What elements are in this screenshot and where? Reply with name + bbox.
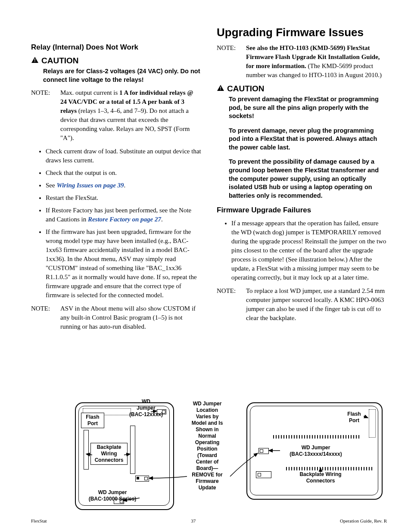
annot-wd-13-14: WD Jumper(BAC-13xxxx/14xxxx)	[279, 445, 352, 457]
footer-left: FlexStat	[31, 518, 47, 523]
annot-flash-port-left: FlashPort	[81, 413, 104, 428]
note-body: See also the HTO-1103 (KMD-5699) FlexSta…	[246, 44, 387, 80]
caution-label: CAUTION	[41, 56, 79, 65]
annot-backplate-right: Backplate WiringConnectors	[290, 471, 351, 484]
small-component-right	[256, 471, 271, 478]
page: Relay (Internal) Does Not Work ! CAUTION…	[0, 0, 411, 532]
list-item: If the firmware has just been upgraded, …	[46, 227, 201, 300]
note-label: NOTE:	[217, 286, 240, 323]
list-item: Check current draw of load. Substitute a…	[46, 147, 201, 165]
note-max-current: NOTE: Max. output current is 1 A for ind…	[31, 88, 201, 143]
list-item: Check that the output is on.	[46, 168, 201, 177]
footer-right: Operation Guide, Rev. R	[340, 518, 387, 523]
bullet-list-failures: If a message appears that the operation …	[217, 219, 387, 282]
backplate-connector-left-2	[130, 426, 135, 474]
small-component	[135, 476, 149, 482]
warning-icon: !	[217, 84, 224, 93]
link-restore-factory[interactable]: Restore Factory on page 27	[88, 216, 161, 223]
note-see-also: NOTE: See also the HTO-1103 (KMD-5699) F…	[217, 44, 387, 80]
figure-boards: FlashPort WDJumper(BAC-12xxxx) Backplate…	[71, 399, 385, 511]
annot-wd-10000: WD Jumper(BAC-10000 Series)	[84, 489, 140, 502]
note-body: To replace a lost WD jumper, use a stand…	[246, 286, 387, 323]
text: (relays 1–3, 4–6, and 7–9). Do not attac…	[60, 107, 190, 141]
annot-center: WD JumperLocationVaries byModel and IsSh…	[184, 401, 231, 491]
caution-para-1: To prevent damaging the FlexStat or prog…	[229, 95, 387, 121]
caution-heading-right: ! CAUTION	[217, 84, 387, 93]
backplate-connector-left-1	[84, 430, 89, 470]
svg-text:!: !	[34, 58, 35, 63]
note-label: NOTE:	[31, 88, 54, 143]
svg-text:!: !	[220, 86, 221, 91]
left-column: Relay (Internal) Does Not Work ! CAUTION…	[31, 26, 201, 336]
text: .	[161, 216, 163, 223]
footer-page-number: 37	[191, 518, 196, 523]
flash-port-right	[369, 409, 376, 438]
heading-failures: Firmware Upgrade Failures	[217, 206, 387, 215]
wd-jumper-13-14	[258, 448, 269, 454]
list-item: If Restore Factory has just been perform…	[46, 206, 201, 224]
note-label: NOTE:	[31, 304, 54, 331]
annot-backplate-left: BackplateWiringConnectors	[90, 443, 128, 465]
heading-firmware-issues: Upgrading Firmware Issues	[217, 26, 387, 39]
right-column: Upgrading Firmware Issues NOTE: See also…	[217, 26, 387, 336]
two-column-layout: Relay (Internal) Does Not Work ! CAUTION…	[31, 26, 387, 336]
annot-flash-port-right: FlashPort	[344, 411, 364, 424]
note-asv: NOTE: ASV in the About menu will also sh…	[31, 304, 201, 331]
bullet-list-left: Check current draw of load. Substitute a…	[31, 147, 201, 300]
text: See	[46, 182, 56, 189]
caution-para-2: To prevent damage, never plug the progra…	[229, 127, 387, 152]
annot-wd-12xxxx: WDJumper(BAC-12xxxx)	[127, 398, 165, 418]
text: Max. output current is	[60, 89, 119, 96]
text: If a message appears that the operation …	[231, 220, 361, 227]
caution-heading-left: ! CAUTION	[31, 56, 201, 65]
caution-label: CAUTION	[227, 84, 265, 93]
text: .	[124, 182, 126, 189]
caution-body-left: Relays are for Class-2 voltages (24 VAC)…	[43, 67, 201, 84]
list-item: If a message appears that the operation …	[231, 219, 387, 282]
link-wiring-issues[interactable]: Wiring Issues on page 39	[56, 182, 124, 189]
list-item: See Wiring Issues on page 39.	[46, 181, 201, 190]
note-label: NOTE:	[217, 44, 240, 80]
note-replace-jumper: NOTE: To replace a lost WD jumper, use a…	[217, 286, 387, 323]
pin-row-2	[286, 467, 372, 470]
warning-icon: !	[31, 56, 39, 65]
note-body: Max. output current is 1 A for individua…	[60, 88, 201, 143]
heading-relay: Relay (Internal) Does Not Work	[31, 43, 201, 52]
caution-para-3: To prevent the possibility of damage cau…	[229, 158, 387, 200]
note-body: ASV in the About menu will also show CUS…	[60, 304, 201, 331]
list-item: Restart the FlexStat.	[46, 193, 201, 202]
page-footer: FlexStat 37 Operation Guide, Rev. R	[31, 518, 387, 523]
pin-row-1	[273, 435, 359, 439]
